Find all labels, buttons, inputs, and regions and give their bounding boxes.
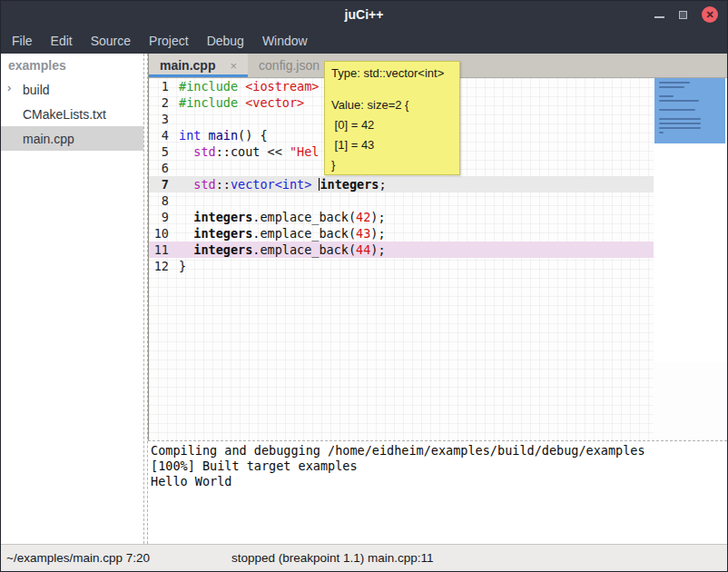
- line-number[interactable]: 2: [149, 94, 173, 111]
- status-bar: ~/examples/main.cpp 7:20 stopped (breakp…: [1, 544, 727, 571]
- code-line-10[interactable]: 10 integers.emplace_back(43);: [149, 225, 654, 242]
- code-text: integers.emplace_back(43);: [173, 225, 386, 242]
- code-line-12[interactable]: 12}: [149, 258, 654, 274]
- titlebar[interactable]: juCi++ ✕: [1, 1, 727, 28]
- line-number[interactable]: 3: [149, 111, 173, 127]
- app-window: juCi++ ✕ FileEditSourceProjectDebugWindo…: [0, 0, 728, 572]
- tooltip-value-line: [0] = 42: [331, 115, 453, 135]
- chevron-right-icon[interactable]: ›: [7, 81, 11, 94]
- file-tree: ›buildCMakeLists.txtmain.cpp: [1, 77, 143, 151]
- line-number[interactable]: 5: [149, 143, 173, 160]
- line-number[interactable]: 9: [149, 209, 173, 225]
- line-number[interactable]: 4: [149, 127, 173, 143]
- code-text: integers.emplace_back(44);: [173, 242, 386, 258]
- code-text: std::cout << "Hel: [173, 143, 319, 160]
- code-text: [173, 192, 179, 209]
- window-title: juCi++: [1, 7, 727, 22]
- tab-main.cpp[interactable]: main.cpp×: [149, 54, 248, 77]
- code-text: [173, 111, 179, 127]
- close-icon[interactable]: ✕: [702, 6, 718, 23]
- code-line-9[interactable]: 9 integers.emplace_back(42);: [149, 209, 654, 225]
- code-text: [173, 160, 179, 176]
- tab-close-icon[interactable]: ×: [230, 59, 237, 73]
- code-text: #include <iostream>: [173, 78, 319, 94]
- code-line-8[interactable]: 8: [149, 192, 654, 209]
- minimap-line: [659, 132, 664, 133]
- line-number[interactable]: 11: [149, 242, 173, 258]
- tree-item-label: CMakeLists.txt: [23, 107, 106, 122]
- status-debug-state: stopped (breakpoint 1.1) main.cpp:11: [231, 551, 434, 565]
- tooltip-value-line: [1] = 43: [331, 135, 453, 155]
- minimap-line: [659, 82, 690, 84]
- tooltip-value-line: }: [331, 155, 453, 175]
- minimap[interactable]: [654, 78, 725, 362]
- tooltip-value-lines: Value: size=2 { [0] = 42 [1] = 43}: [331, 95, 453, 175]
- line-number[interactable]: 12: [149, 258, 173, 274]
- minimap-visible-region[interactable]: [654, 78, 725, 143]
- menu-item-project[interactable]: Project: [140, 28, 198, 54]
- menu-item-debug[interactable]: Debug: [198, 28, 253, 54]
- status-file-position: ~/examples/main.cpp 7:20: [6, 551, 150, 565]
- tree-item-cmakelists.txt[interactable]: CMakeLists.txt: [1, 102, 143, 126]
- debug-value-tooltip: Type: std::vector<int> Value: size=2 { […: [324, 61, 460, 175]
- tree-item-label: build: [23, 83, 50, 97]
- code-text: #include <vector>: [173, 94, 304, 111]
- menu-item-file[interactable]: File: [3, 28, 42, 54]
- file-tree-sidebar[interactable]: examples ›buildCMakeLists.txtmain.cpp: [1, 54, 143, 544]
- minimap-line: [659, 95, 674, 97]
- code-line-7[interactable]: 7 std::vector<int> integers;: [149, 176, 654, 192]
- code-line-11[interactable]: 11 integers.emplace_back(44);: [149, 242, 654, 258]
- tree-item-label: main.cpp: [23, 132, 74, 146]
- console-line: [100%] Built target examples: [151, 459, 724, 474]
- window-controls: ✕: [654, 1, 718, 28]
- code-text: std::vector<int> integers;: [173, 176, 387, 192]
- tab-config.json[interactable]: config.json: [248, 54, 330, 77]
- minimap-line: [659, 127, 701, 129]
- minimap-line: [659, 100, 699, 102]
- menu-item-edit[interactable]: Edit: [42, 28, 82, 54]
- tab-label: config.json: [259, 58, 320, 73]
- line-number[interactable]: 6: [149, 160, 173, 176]
- code-text: }: [173, 258, 186, 274]
- line-number[interactable]: 7: [149, 176, 173, 192]
- console-line: Hello World: [151, 474, 724, 489]
- minimap-line: [659, 118, 701, 120]
- tooltip-value-line: Value: size=2 {: [331, 95, 453, 115]
- minimap-line: [659, 86, 684, 88]
- menu-item-window[interactable]: Window: [253, 28, 317, 54]
- tree-item-main.cpp[interactable]: main.cpp: [1, 126, 143, 151]
- build-console[interactable]: Compiling and debugging /home/eidheim/ex…: [148, 440, 727, 544]
- minimap-line: [659, 123, 701, 124]
- tab-label: main.cpp: [160, 58, 215, 73]
- code-text: integers.emplace_back(42);: [173, 209, 386, 225]
- line-number[interactable]: 1: [149, 78, 173, 94]
- console-line: Compiling and debugging /home/eidheim/ex…: [151, 443, 724, 459]
- minimap-line: [659, 109, 695, 111]
- project-root-label: examples: [1, 54, 143, 77]
- tooltip-type-line: Type: std::vector<int>: [331, 66, 453, 81]
- menubar: FileEditSourceProjectDebugWindow: [1, 28, 727, 54]
- line-number[interactable]: 8: [149, 192, 173, 209]
- maximize-icon[interactable]: [679, 11, 687, 19]
- code-text: int main() {: [173, 127, 268, 143]
- tree-item-build[interactable]: ›build: [1, 77, 143, 102]
- line-number[interactable]: 10: [149, 225, 173, 242]
- minimize-icon[interactable]: [654, 16, 664, 18]
- menu-item-source[interactable]: Source: [82, 28, 140, 54]
